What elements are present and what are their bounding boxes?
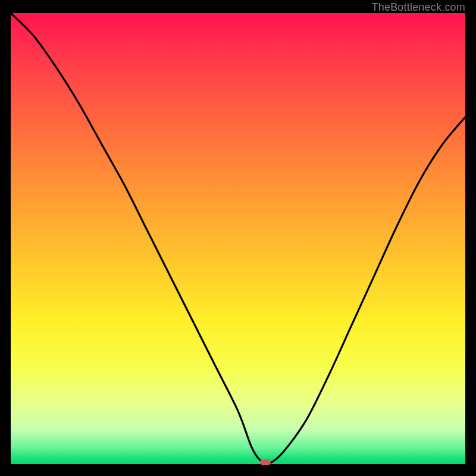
bottleneck-curve	[11, 13, 465, 465]
attribution-label: TheBottleneck.com	[372, 1, 465, 14]
chart-frame: TheBottleneck.com	[0, 0, 476, 476]
plot-area	[11, 13, 465, 465]
min-marker	[260, 459, 271, 465]
